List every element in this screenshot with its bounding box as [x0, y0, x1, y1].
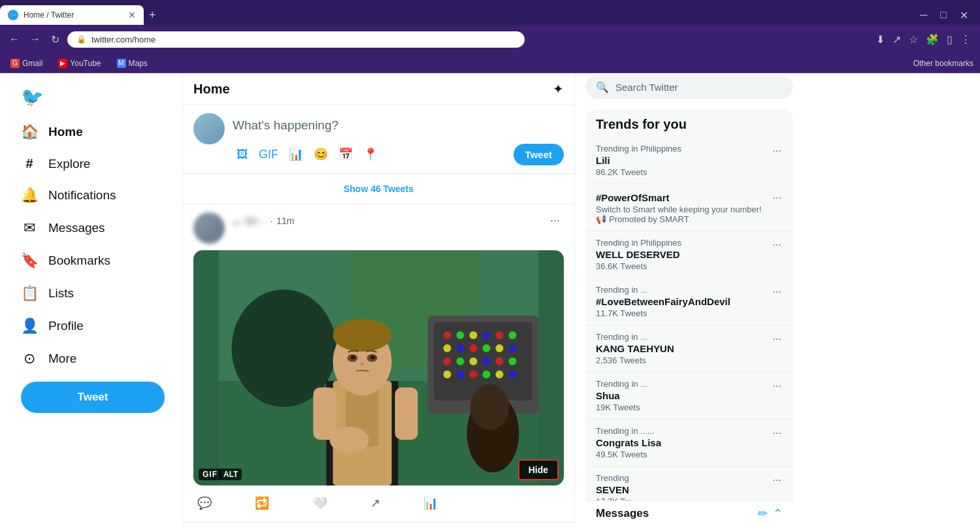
trend-header-row-6: Trending in ... Shua 19K Tweets ··· — [596, 379, 783, 412]
menu-icon[interactable]: ⋮ — [958, 31, 973, 48]
trend-item-lovebetween[interactable]: Trending in ... #LoveBetweenFairyAndDevi… — [585, 278, 793, 325]
new-tab-button[interactable]: + — [144, 8, 161, 22]
gif-button[interactable]: GIF — [255, 143, 282, 165]
compose-message-button[interactable]: ✏ — [758, 506, 768, 521]
sidebar-item-bookmarks[interactable]: 🔖 Bookmarks — [13, 246, 169, 276]
schedule-button[interactable]: 📅 — [335, 143, 357, 165]
trend-item-shua[interactable]: Trending in ... Shua 19K Tweets ··· — [585, 372, 793, 419]
download-icon[interactable]: ⬇ — [874, 31, 887, 48]
sidebar-item-notifications[interactable]: 🔔 Notifications — [13, 180, 169, 210]
trend-item-congratslisa[interactable]: Trending in ...... Congrats Lisa 49.5K T… — [585, 419, 793, 467]
trend-more-button-4[interactable]: ··· — [772, 285, 783, 299]
sparkle-button[interactable]: ✦ — [553, 81, 564, 97]
trend-count-7: 49.5K Tweets — [596, 450, 661, 459]
close-button[interactable]: ✕ — [953, 7, 975, 24]
emoji-button[interactable]: 😊 — [310, 143, 332, 165]
svg-point-21 — [483, 357, 491, 365]
svg-point-7 — [457, 331, 465, 339]
other-bookmarks[interactable]: Other bookmarks — [913, 59, 973, 68]
sidebar-item-more[interactable]: ⊙ More — [13, 344, 169, 374]
share-icon[interactable]: ↗ — [890, 31, 904, 48]
retweet-button[interactable]: 🔁 — [251, 492, 273, 514]
compose-toolbar: 🖼 GIF 📊 😊 📅 📍 Tweet — [233, 143, 564, 165]
show-tweets-bar[interactable]: Show 46 Tweets — [183, 174, 574, 205]
twitter-logo[interactable]: 🐦 — [13, 80, 169, 114]
trend-more-button-8[interactable]: ··· — [772, 473, 783, 487]
bookmark-youtube-label: YouTube — [70, 59, 101, 68]
analytics-button[interactable]: 📊 — [419, 492, 442, 514]
lock-icon: 🔒 — [76, 35, 86, 44]
explore-icon: # — [21, 156, 38, 171]
tweet-avatar — [193, 212, 225, 244]
sidebar-lists-label: Lists — [48, 286, 74, 301]
like-button[interactable]: 🤍 — [309, 492, 331, 514]
trend-more-button-6[interactable]: ··· — [772, 379, 783, 393]
sidebar-item-messages[interactable]: ✉ Messages — [13, 213, 169, 243]
tweet-item-2[interactable]: aries @ariesmacasaet13 · 6h ··· taylor s… — [183, 523, 574, 526]
tweet-more-button[interactable]: ··· — [546, 212, 564, 229]
sidebar-item-home[interactable]: 🏠 Home — [13, 117, 169, 147]
search-input[interactable] — [615, 82, 783, 93]
trend-item-powerofsmart[interactable]: #PowerOfSmart Switch to Smart while keep… — [585, 184, 793, 231]
trend-more-button-2[interactable]: ··· — [772, 191, 783, 205]
maximize-button[interactable]: □ — [934, 7, 953, 24]
tab-title: Home / Twitter — [24, 10, 123, 20]
forward-button[interactable]: → — [27, 31, 43, 48]
image-upload-button[interactable]: 🖼 — [233, 143, 252, 165]
bookmark-star-icon[interactable]: ☆ — [906, 31, 921, 48]
window-controls: ─ □ ✕ — [913, 7, 980, 24]
minimize-button[interactable]: ─ — [913, 7, 934, 24]
profile-icon: 👤 — [21, 318, 38, 335]
url-text: twitter.com/home — [91, 35, 155, 44]
expand-messages-button[interactable]: ⌃ — [773, 506, 783, 521]
trend-count-5: 2,536 Tweets — [596, 355, 674, 365]
tweet-submit-button[interactable]: Tweet — [514, 144, 564, 165]
svg-point-15 — [483, 344, 491, 352]
trend-item-kangtaehyun[interactable]: Trending in ... KANG TAEHYUN 2,536 Tweet… — [585, 325, 793, 372]
svg-point-22 — [496, 357, 504, 365]
trend-cat-6: Trending in ... — [596, 379, 647, 389]
svg-point-14 — [470, 344, 478, 352]
svg-point-28 — [496, 370, 504, 378]
tweet-header: ... @c... · 11m ··· — [193, 212, 564, 244]
compose-area: What's happening? 🖼 GIF 📊 😊 📅 📍 Tweet — [183, 105, 574, 174]
bookmark-gmail[interactable]: G Gmail — [7, 58, 46, 69]
poll-button[interactable]: 📊 — [285, 143, 307, 165]
feed-header: Home ✦ — [183, 73, 574, 105]
back-button[interactable]: ← — [7, 31, 22, 48]
trend-item-welldeserved[interactable]: Trending in Philippines WELL DESERVED 36… — [585, 231, 793, 278]
tweet-item[interactable]: ... @c... · 11m ··· — [183, 205, 574, 523]
tweet-button[interactable]: Tweet — [21, 382, 165, 413]
tab-close-button[interactable]: ✕ — [128, 10, 136, 20]
refresh-button[interactable]: ↻ — [48, 31, 62, 48]
tweet-time: 11m — [276, 216, 294, 226]
sidebar-item-profile[interactable]: 👤 Profile — [13, 311, 169, 341]
trend-more-button[interactable]: ··· — [772, 144, 783, 158]
sidebar-icon[interactable]: ▯ — [944, 31, 955, 48]
svg-point-41 — [370, 355, 376, 359]
trend-more-button-5[interactable]: ··· — [772, 332, 783, 346]
trend-more-button-3[interactable]: ··· — [772, 238, 783, 252]
bookmark-youtube[interactable]: ▶ YouTube — [54, 58, 105, 69]
sidebar-explore-label: Explore — [48, 157, 90, 171]
trend-item-lili[interactable]: Trending in Philippines Lili 86.2K Tweet… — [585, 137, 793, 184]
extensions-icon[interactable]: 🧩 — [923, 31, 941, 48]
trend-more-button-7[interactable]: ··· — [772, 426, 783, 440]
bookmark-maps[interactable]: M Maps — [113, 58, 152, 69]
compose-placeholder[interactable]: What's happening? — [233, 113, 564, 138]
share-button[interactable]: ↗ — [367, 492, 384, 514]
sidebar-notifications-label: Notifications — [48, 188, 116, 203]
main-feed: Home ✦ What's happening? 🖼 GIF 📊 😊 📅 — [183, 73, 575, 526]
sidebar-item-lists[interactable]: 📋 Lists — [13, 278, 169, 308]
hide-button[interactable]: Hide — [518, 459, 559, 480]
trend-cat-3: Trending in Philippines — [596, 238, 681, 248]
sidebar-item-explore[interactable]: # Explore — [13, 150, 169, 178]
active-tab[interactable]: Home / Twitter ✕ — [0, 5, 144, 25]
trend-header-row: Trending in Philippines Lili 86.2K Tweet… — [596, 144, 783, 177]
comment-button[interactable]: 💬 — [193, 492, 216, 514]
messages-envelope-icon: ✉ — [21, 220, 38, 237]
address-bar[interactable]: 🔒 twitter.com/home — [67, 31, 525, 48]
trend-name-8: SEVEN — [596, 484, 638, 495]
trend-cat-5: Trending in ... — [596, 332, 674, 342]
location-button[interactable]: 📍 — [359, 143, 382, 165]
